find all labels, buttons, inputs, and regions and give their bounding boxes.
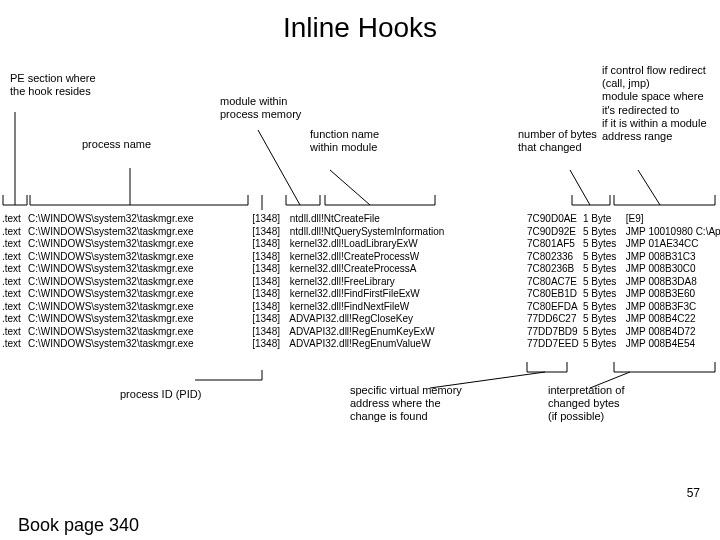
book-page: Book page 340 [18, 515, 139, 536]
hook-table: .textC:\WINDOWS\system32\taskmgr.exe[134… [2, 213, 720, 351]
slide-title: Inline Hooks [0, 12, 720, 44]
table-row: .textC:\WINDOWS\system32\taskmgr.exe[134… [2, 226, 720, 239]
label-num-bytes: number of bytes that changed [518, 128, 597, 154]
label-redirect: if control flow redirect (call, jmp) mod… [602, 64, 707, 143]
table-row: .textC:\WINDOWS\system32\taskmgr.exe[134… [2, 276, 720, 289]
svg-line-7 [570, 170, 590, 205]
table-row: .textC:\WINDOWS\system32\taskmgr.exe[134… [2, 238, 720, 251]
table-row: .textC:\WINDOWS\system32\taskmgr.exe[134… [2, 263, 720, 276]
table-row: .textC:\WINDOWS\system32\taskmgr.exe[134… [2, 251, 720, 264]
label-module-within: module within process memory [220, 95, 301, 121]
table-row: .textC:\WINDOWS\system32\taskmgr.exe[134… [2, 288, 720, 301]
top-labels: PE section where the hook resides module… [0, 50, 720, 150]
table-row: .textC:\WINDOWS\system32\taskmgr.exe[134… [2, 213, 720, 226]
label-spec-addr: specific virtual memory address where th… [350, 384, 462, 424]
slide-number: 57 [687, 486, 700, 500]
table-row: .textC:\WINDOWS\system32\taskmgr.exe[134… [2, 301, 720, 314]
label-function-name: function name within module [310, 128, 379, 154]
svg-line-8 [638, 170, 660, 205]
label-pe-section: PE section where the hook resides [10, 72, 96, 98]
label-pid: process ID (PID) [120, 388, 201, 401]
svg-line-6 [330, 170, 370, 205]
label-interp: interpretation of changed bytes (if poss… [548, 384, 624, 424]
bottom-labels: process ID (PID) specific virtual memory… [0, 380, 720, 450]
label-process-name: process name [82, 138, 151, 151]
table-row: .textC:\WINDOWS\system32\taskmgr.exe[134… [2, 338, 720, 351]
table-row: .textC:\WINDOWS\system32\taskmgr.exe[134… [2, 326, 720, 339]
table-row: .textC:\WINDOWS\system32\taskmgr.exe[134… [2, 313, 720, 326]
